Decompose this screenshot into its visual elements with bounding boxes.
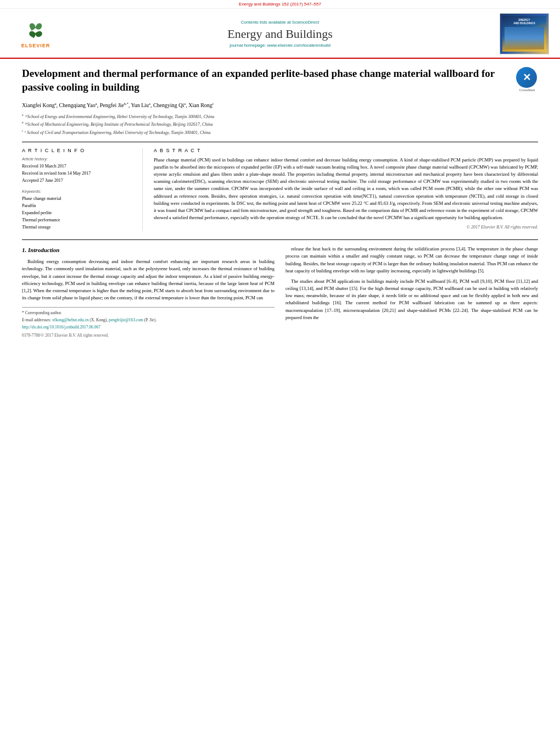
- elsevier-logo: ELSEVIER: [11, 20, 60, 48]
- journal-title: Energy and Buildings: [71, 27, 489, 41]
- copyright-notice: © 2017 Elsevier B.V. All rights reserved…: [154, 225, 538, 230]
- elsevier-text: ELSEVIER: [21, 43, 51, 48]
- footnote-email: E-mail addresses: xfkong@hebut.edu.cn (X…: [22, 317, 275, 323]
- abstract-text: Phase change material (PCM) used in buil…: [154, 157, 538, 222]
- leaf-icon-4: [35, 30, 43, 38]
- homepage-url[interactable]: www.elsevier.com/locate/enbuild: [267, 43, 331, 48]
- section-number: 1.: [22, 247, 28, 253]
- article-title-section: Development and thermal performance of a…: [22, 67, 538, 97]
- leaf-icon-2: [35, 22, 43, 30]
- article-info-column: A R T I C L E I N F O Article history: R…: [22, 148, 143, 232]
- doi-url[interactable]: http://dx.doi.org/10.1016/j.enbuild.2017…: [22, 325, 100, 330]
- section-divider: [22, 239, 538, 240]
- history-received: Received 10 March 2017: [22, 163, 131, 169]
- crossmark-circle: ✕: [516, 67, 537, 88]
- sciencedirect-link[interactable]: ScienceDirect: [292, 20, 319, 25]
- crossmark-badge: ✕ CrossMark: [516, 67, 538, 89]
- section-title-text: Introduction: [28, 247, 59, 253]
- journal-ribbon: Energy and Buildings 152 (2017) 547–557: [0, 0, 560, 9]
- article-body: Development and thermal performance of a…: [0, 59, 560, 344]
- affiliation-c: c ᶜ School of Civil and Transportation E…: [22, 129, 538, 136]
- journal-homepage: journal homepage: www.elsevier.com/locat…: [71, 43, 489, 48]
- crossmark-label: CrossMark: [516, 88, 538, 92]
- email-label: E-mail addresses:: [22, 317, 52, 322]
- keywords-label: Keywords:: [22, 189, 131, 194]
- journal-header: ELSEVIER Contents lists available at Sci…: [0, 9, 560, 59]
- email-link-2[interactable]: pengfeijie@163.com: [109, 317, 143, 322]
- abstract-title: A B S T R A C T: [154, 148, 538, 153]
- cover-image-graphic: [505, 27, 544, 49]
- section-1-heading: 1. Introduction: [22, 246, 275, 255]
- crossmark-icon: ✕: [523, 71, 531, 83]
- email-link-1[interactable]: xfkong@hebut.edu.cn: [52, 317, 88, 322]
- history-revised: Received in revised form 14 May 2017: [22, 170, 131, 176]
- abstract-column: A B S T R A C T Phase change material (P…: [143, 148, 538, 232]
- info-abstract-section: A R T I C L E I N F O Article history: R…: [22, 142, 538, 232]
- history-accepted: Accepted 27 June 2017: [22, 177, 131, 183]
- keyword-3: Expanded perlite: [22, 210, 131, 216]
- article-title: Development and thermal performance of a…: [22, 67, 511, 94]
- intro-para-3: The studies about PCM applications in bu…: [285, 278, 538, 321]
- page: Energy and Buildings 152 (2017) 547–557 …: [0, 0, 560, 742]
- keyword-5: Thermal storage: [22, 224, 131, 231]
- keyword-1: Phase change material: [22, 196, 131, 202]
- journal-ribbon-text: Energy and Buildings 152 (2017) 547–557: [239, 2, 321, 7]
- contents-link: Contents lists available at ScienceDirec…: [71, 20, 489, 25]
- keyword-4: Thermal performance: [22, 217, 131, 224]
- journal-cover-image: ENERGYAND BUILDINGS: [500, 13, 549, 54]
- footnote-corresponding: * Corresponding author.: [22, 310, 275, 316]
- journal-center: Contents lists available at ScienceDirec…: [60, 20, 500, 48]
- intro-para-1: Building energy consumption decreasing a…: [22, 258, 275, 302]
- intro-para-2: release the heat back to the surrounding…: [285, 246, 538, 275]
- affiliation-a: a ᵃ School of Energy and Environmental E…: [22, 113, 538, 120]
- history-label: Article history:: [22, 157, 131, 161]
- cover-journal-name: ENERGYAND BUILDINGS: [513, 18, 535, 25]
- doi-link: http://dx.doi.org/10.1016/j.enbuild.2017…: [22, 325, 275, 331]
- keyword-2: Paraffin: [22, 203, 131, 209]
- article-info-title: A R T I C L E I N F O: [22, 148, 131, 153]
- issn-text: 0378-7788/© 2017 Elsevier B.V. All right…: [22, 332, 275, 339]
- authors-section: Xiangfei Konga, Chengqiang Yaoa, Pengfei…: [22, 101, 538, 109]
- body-col-left: 1. Introduction Building energy consumpt…: [22, 246, 275, 338]
- affiliation-b: b ᵇ School of Mechanical Engineering, Be…: [22, 121, 538, 128]
- keywords-section: Keywords: Phase change material Paraffin…: [22, 189, 131, 231]
- elsevier-logo-image: [14, 20, 58, 42]
- affiliations-section: a ᵃ School of Energy and Environmental E…: [22, 113, 538, 136]
- body-text-section: 1. Introduction Building energy consumpt…: [22, 246, 538, 338]
- footnote-section: * Corresponding author. E-mail addresses…: [22, 307, 275, 338]
- body-col-right: release the heat back to the surrounding…: [285, 246, 538, 338]
